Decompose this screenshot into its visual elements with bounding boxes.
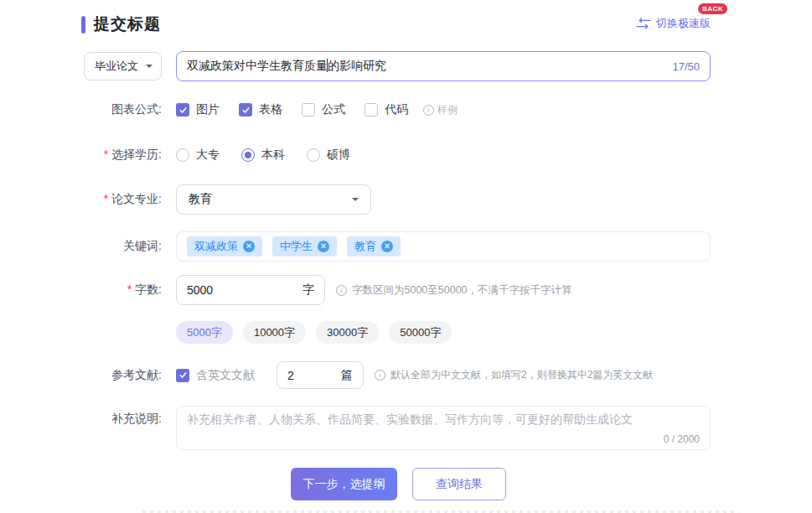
english-reference-unit: 篇 [341,368,353,383]
word-count-presets: 5000字 10000字 30000字 50000字 [84,321,462,344]
degree-label: *选择学历: [84,148,162,163]
checkbox-checked-icon [239,103,252,117]
switch-fast-version-link[interactable]: 切换极速版 BACK [636,16,711,31]
next-step-button[interactable]: 下一步，选提纲 [291,468,397,500]
preset-10000[interactable]: 10000字 [243,321,306,344]
word-count-input[interactable]: 5000 字 [176,275,325,305]
paper-type-select[interactable]: 毕业论文 [84,52,162,80]
title-accent-bar [81,16,85,34]
chart-option-formula[interactable]: 公式 [302,102,345,117]
major-select[interactable]: 教育 [176,184,371,215]
english-reference-checkbox[interactable] [176,369,189,382]
chart-option-formula-label: 公式 [322,102,345,117]
submit-title-page: 提交标题 切换极速版 BACK 毕业论文 双减政策对中学生教育质量的影响研究 1… [0,0,812,513]
chart-formula-row: 图表公式: 图片 表格 公式 代码 i 样例 [84,102,458,117]
preset-30000[interactable]: 30000字 [316,321,379,344]
degree-option-benke-label: 本科 [261,148,285,163]
keyword-tag-label: 教育 [354,239,376,254]
english-reference-count-value: 2 [287,369,294,382]
notes-label: 补充说明: [84,406,162,427]
chart-option-code-label: 代码 [385,102,408,117]
keyword-tag: 双减政策 × [187,236,262,256]
chart-option-table-label: 表格 [259,102,282,117]
info-icon: i [423,105,434,116]
degree-option-dazhuan-label: 大专 [196,148,220,163]
remove-tag-icon[interactable]: × [243,241,255,252]
radio-selected-icon [241,148,255,162]
notes-placeholder: 补充相关作者、人物关系、作品简要、实验数据、写作方向等，可更好的帮助生成论文 [187,412,700,428]
page-title: 提交标题 [94,13,161,35]
page-header: 提交标题 [81,13,161,35]
reference-hint-text: 默认全部为中文文献，如填写2，则替换其中2篇为英文文献 [390,368,653,382]
degree-row: *选择学历: 大专 本科 硕博 [84,148,372,163]
keyword-tag: 中学生 × [272,236,337,256]
keyword-tag: 教育 × [347,236,401,256]
remove-tag-icon[interactable]: × [318,241,329,252]
notes-textarea[interactable]: 补充相关作者、人物关系、作品简要、实验数据、写作方向等，可更好的帮助生成论文 0… [176,406,711,450]
major-row: *论文专业: 教育 [84,184,371,215]
swap-icon [636,18,651,29]
required-asterisk: * [104,148,108,161]
chevron-down-icon [352,198,359,205]
word-count-hint: i 字数区间为5000至50000，不满千字按千字计算 [336,283,572,298]
chart-option-table[interactable]: 表格 [239,102,282,117]
keywords-row: 关键词: 双减政策 × 中学生 × 教育 × [84,231,711,262]
chart-option-image-label: 图片 [196,102,220,117]
info-icon: i [375,370,385,381]
preset-5000[interactable]: 5000字 [176,321,233,344]
thesis-title-input[interactable]: 双减政策对中学生教育质量的影响研究 17/50 [176,51,711,81]
keywords-label: 关键词: [84,239,162,254]
word-count-value: 5000 [187,283,213,297]
title-char-counter: 17/50 [672,60,700,73]
chevron-down-icon [146,65,153,71]
english-reference-label: 含英文文献 [196,368,255,383]
degree-option-shuobo-label: 硕博 [327,148,350,163]
footer-buttons: 下一步，选提纲 查询结果 [291,468,506,500]
info-icon: i [336,285,347,296]
checkbox-checked-icon [176,103,189,117]
word-count-row: *字数: 5000 字 i 字数区间为5000至50000，不满千字按千字计算 [84,275,572,305]
english-reference-count-input[interactable]: 2 篇 [277,361,364,389]
keyword-tag-label: 中学生 [280,239,313,254]
preset-50000[interactable]: 50000字 [389,321,452,344]
required-asterisk: * [127,282,132,296]
checkbox-unchecked-icon [302,103,315,117]
paper-type-value: 毕业论文 [95,59,138,74]
notes-char-counter: 0 / 2000 [664,433,700,445]
required-asterisk: * [104,192,108,205]
keywords-input[interactable]: 双减政策 × 中学生 × 教育 × [176,231,711,262]
radio-unselected-icon [176,148,189,162]
degree-option-benke[interactable]: 本科 [241,148,285,163]
remove-tag-icon[interactable]: × [381,241,393,252]
thesis-title-value: 双减政策对中学生教育质量的影响研究 [187,59,386,74]
radio-unselected-icon [307,148,320,162]
word-count-unit: 字 [303,282,314,298]
checkbox-unchecked-icon [365,103,378,117]
sample-link[interactable]: i 样例 [423,103,458,117]
word-count-hint-text: 字数区间为5000至50000，不满千字按千字计算 [352,283,572,298]
degree-option-shuobo[interactable]: 硕博 [307,148,350,163]
sample-label: 样例 [437,103,458,117]
query-result-button[interactable]: 查询结果 [412,468,506,500]
major-label: *论文专业: [84,192,162,207]
word-count-label: *字数: [84,282,162,298]
reference-label: 参考文献: [84,368,162,383]
title-row: 毕业论文 双减政策对中学生教育质量的影响研究 17/50 [84,51,711,81]
degree-option-dazhuan[interactable]: 大专 [176,148,220,163]
chart-formula-label: 图表公式: [84,102,162,117]
reference-row: 参考文献: 含英文文献 2 篇 i 默认全部为中文文献，如填写2，则替换其中2篇… [84,361,653,389]
chart-option-code[interactable]: 代码 [365,102,408,117]
switch-fast-version-label: 切换极速版 [656,16,711,31]
back-badge[interactable]: BACK [698,3,727,14]
chart-option-image[interactable]: 图片 [176,102,220,117]
major-select-value: 教育 [189,192,212,207]
notes-row: 补充说明: 补充相关作者、人物关系、作品简要、实验数据、写作方向等，可更好的帮助… [84,406,711,450]
keyword-tag-label: 双减政策 [194,239,238,254]
reference-hint: i 默认全部为中文文献，如填写2，则替换其中2篇为英文文献 [375,368,653,382]
